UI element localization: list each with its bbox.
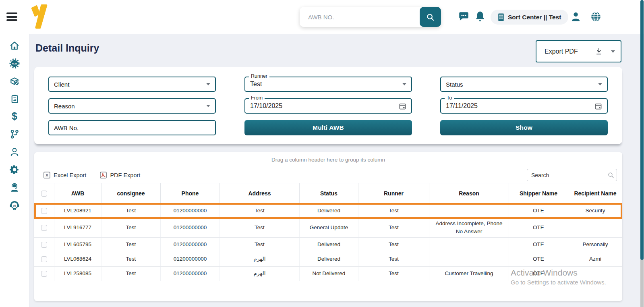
awb-no-field	[48, 120, 216, 135]
row-checkbox-cell	[34, 218, 54, 237]
cell-runner: Test	[358, 204, 429, 218]
sidebar-item-whats-new[interactable]: NEW	[9, 58, 20, 68]
column-header-consignee[interactable]: consignee	[101, 183, 161, 203]
cell-reason	[429, 238, 509, 252]
sidebar-item-workflow[interactable]	[9, 129, 20, 139]
cell-shipper: OTE	[509, 204, 568, 218]
sidebar-item-reports[interactable]	[9, 93, 20, 104]
column-header-recipient-name[interactable]: Recipient Name	[568, 183, 622, 203]
row-checkbox-cell	[34, 238, 54, 252]
excel-export-button[interactable]: X Excel Export	[43, 172, 86, 178]
branch-icon	[9, 129, 20, 139]
chevron-down-icon	[206, 83, 210, 85]
sidebar-item-home[interactable]	[9, 40, 20, 51]
cell-status: Not Delivered	[300, 267, 358, 281]
row-checkbox[interactable]	[41, 208, 47, 214]
sidebar-item-profile[interactable]	[9, 147, 20, 157]
cell-phone: 01200000000	[161, 238, 220, 252]
notifications-bell-icon[interactable]	[475, 11, 485, 22]
cell-recipient: Personally	[568, 238, 622, 252]
sidebar-item-ai-assistant[interactable]: AI	[9, 200, 20, 210]
package-check-icon	[9, 76, 20, 87]
row-checkbox[interactable]	[41, 242, 47, 248]
export-dropdown-caret-icon[interactable]	[611, 50, 615, 53]
pdf-export-label: PDF Export	[110, 172, 140, 178]
to-date-field[interactable]: To 17/11/2025	[440, 98, 608, 114]
from-date-label: From	[249, 95, 265, 101]
column-header-status[interactable]: Status	[300, 183, 358, 203]
table-row[interactable]: LVL068624Test01200000000الهرمDeliveredTe…	[34, 252, 622, 267]
column-header-reason[interactable]: Reason	[429, 183, 509, 203]
select-all-checkbox[interactable]	[41, 191, 47, 197]
search-icon	[608, 172, 614, 178]
sidebar-item-shipments[interactable]	[9, 76, 20, 86]
runner-select[interactable]: Runner Test	[244, 77, 412, 92]
show-button[interactable]: Show	[440, 120, 608, 135]
pdf-export-button[interactable]: PDF Export	[100, 172, 140, 178]
sidebar-item-support[interactable]	[9, 182, 20, 193]
table-row[interactable]: LVL605795Test01200000000TestDeliveredTes…	[34, 238, 622, 252]
cell-awb: LVL605795	[54, 238, 101, 252]
svg-text:X: X	[46, 173, 48, 177]
svg-text:NEW: NEW	[12, 62, 17, 64]
language-globe-icon[interactable]	[590, 11, 601, 22]
column-header-phone[interactable]: Phone	[161, 183, 220, 203]
row-checkbox[interactable]	[41, 271, 47, 277]
search-button[interactable]	[420, 7, 441, 27]
column-header-shipper-name[interactable]: Shipper Name	[509, 183, 568, 203]
awb-search-input[interactable]	[300, 7, 416, 27]
cell-address: الهرم	[220, 267, 300, 281]
workspace-badge-label: Sort Center || Test	[508, 14, 561, 21]
sidebar-item-settings[interactable]	[9, 164, 20, 175]
group-by-hint[interactable]: Drag a column header here to group its c…	[34, 152, 622, 167]
calendar-icon[interactable]	[594, 102, 602, 110]
page-scrollbar[interactable]	[640, 0, 644, 307]
row-checkbox[interactable]	[41, 225, 47, 231]
multi-awb-button[interactable]: Multi AWB	[244, 120, 412, 135]
sidebar-item-finance[interactable]: $	[9, 111, 20, 122]
user-profile-icon[interactable]	[570, 11, 581, 22]
cell-consignee: Test	[101, 218, 161, 237]
workspace-badge[interactable]: Sort Center || Test	[491, 10, 568, 25]
table-row[interactable]: LVL258085Test01200000000الهرمNot Deliver…	[34, 267, 622, 281]
to-date-value: 17/11/2025	[446, 102, 478, 110]
cell-address: Test	[220, 218, 300, 237]
reason-select[interactable]: Reason	[48, 98, 216, 114]
topbar: Sort Center || Test	[0, 0, 644, 34]
column-header-awb[interactable]: AWB	[54, 183, 101, 203]
reason-select-label: Reason	[54, 103, 75, 110]
cell-awb: LVL068624	[54, 252, 101, 266]
cell-awb: LVL258085	[54, 267, 101, 281]
table-row[interactable]: LVL916777Test01200000000TestGeneral Upda…	[34, 218, 622, 238]
table-row[interactable]: LVL208921Test01200000000TestDeliveredTes…	[34, 204, 622, 218]
results-grid: Drag a column header here to group its c…	[34, 152, 622, 301]
grid-search-input[interactable]	[527, 169, 617, 181]
awb-search-box	[300, 7, 441, 27]
hamburger-menu-icon[interactable]	[6, 12, 19, 22]
brand-logo[interactable]	[30, 4, 48, 29]
scrollbar-thumb[interactable]	[640, 0, 644, 260]
svg-text:$: $	[12, 111, 17, 122]
chevron-down-icon	[206, 105, 210, 107]
whats-new-gear-icon: NEW	[9, 58, 20, 69]
header-checkbox-cell	[34, 183, 54, 203]
export-pdf-label: Export PDF	[545, 48, 578, 55]
column-header-runner[interactable]: Runner	[358, 183, 429, 203]
row-checkbox-cell	[34, 204, 54, 218]
cell-reason	[429, 204, 509, 218]
status-select-label: Status	[446, 81, 463, 88]
calendar-icon[interactable]	[399, 102, 406, 110]
client-select[interactable]: Client	[48, 77, 216, 92]
cell-reason: Address Incomplete, Phone No Answer	[429, 218, 509, 237]
awb-no-input[interactable]	[54, 124, 210, 131]
cell-status: Delivered	[300, 238, 358, 252]
row-checkbox[interactable]	[41, 256, 47, 262]
scrollbar-track[interactable]	[640, 259, 644, 307]
from-date-field[interactable]: From 17/10/2025	[244, 98, 412, 114]
cell-status: Delivered	[300, 252, 358, 266]
export-pdf-button[interactable]: Export PDF	[536, 40, 621, 62]
chat-icon[interactable]	[458, 12, 469, 22]
column-header-address[interactable]: Address	[220, 183, 300, 203]
excel-icon: X	[43, 172, 50, 178]
status-select[interactable]: Status	[440, 77, 608, 92]
